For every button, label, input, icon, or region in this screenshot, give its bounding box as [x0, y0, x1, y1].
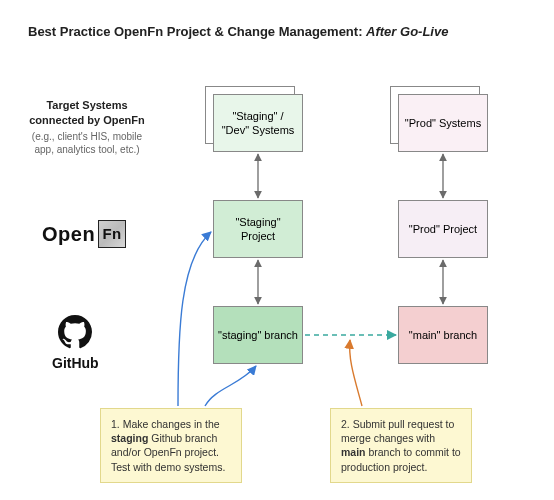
- main-branch-box: "main" branch: [398, 306, 488, 364]
- note-step-2: 2. Submit pull request to merge changes …: [330, 408, 472, 483]
- staging-project-label: "Staging" Project: [218, 215, 298, 244]
- note1-num: 1.: [111, 418, 120, 430]
- openfn-badge: Fn: [98, 220, 126, 248]
- openfn-text: Open: [42, 223, 95, 246]
- note-step-1: 1. Make changes in the staging Github br…: [100, 408, 242, 483]
- arrow-note2-to-pr: [350, 340, 362, 406]
- note1-bold: staging: [111, 432, 148, 444]
- note2-a: Submit pull request to merge changes wit…: [341, 418, 454, 444]
- prod-systems-box: "Prod" Systems: [398, 94, 488, 152]
- staging-branch-box: "staging" branch: [213, 306, 303, 364]
- staging-systems-box: "Staging" / "Dev" Systems: [213, 94, 303, 152]
- row-label-sub: (e.g., client's HIS, mobile app, analyti…: [22, 130, 152, 157]
- github-icon: [58, 315, 92, 353]
- note2-bold: main: [341, 446, 366, 458]
- prod-systems-label: "Prod" Systems: [405, 116, 481, 130]
- row-label-bold: Target Systems connected by OpenFn: [29, 99, 145, 126]
- staging-branch-label: "staging" branch: [218, 328, 298, 342]
- arrow-note1-to-branch: [205, 366, 256, 406]
- staging-systems-label: "Staging" / "Dev" Systems: [218, 109, 298, 138]
- github-logo: GitHub: [52, 315, 99, 371]
- staging-project-box: "Staging" Project: [213, 200, 303, 258]
- row-label-target-systems: Target Systems connected by OpenFn (e.g.…: [22, 98, 152, 157]
- note2-num: 2.: [341, 418, 350, 430]
- main-branch-label: "main" branch: [409, 328, 477, 342]
- prod-project-label: "Prod" Project: [409, 222, 477, 236]
- page-title: Best Practice OpenFn Project & Change Ma…: [28, 24, 448, 39]
- title-suffix: After Go-Live: [366, 24, 448, 39]
- github-text: GitHub: [52, 355, 99, 371]
- arrow-note1-to-project: [178, 232, 211, 406]
- prod-project-box: "Prod" Project: [398, 200, 488, 258]
- note1-a: Make changes in the: [123, 418, 220, 430]
- title-prefix: Best Practice OpenFn Project & Change Ma…: [28, 24, 366, 39]
- openfn-logo: Open Fn: [42, 220, 126, 248]
